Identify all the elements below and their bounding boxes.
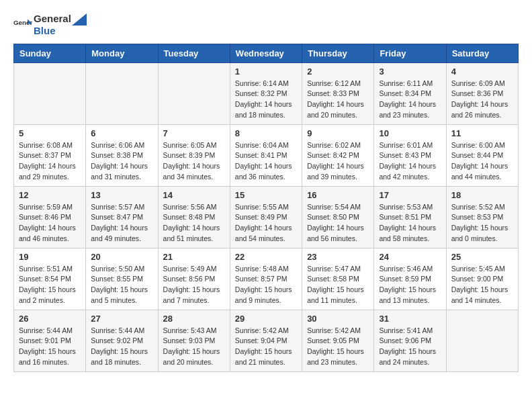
calendar-cell: 13Sunrise: 5:57 AM Sunset: 8:47 PM Dayli… [86, 186, 158, 248]
calendar-cell [446, 310, 518, 371]
day-number: 17 [379, 190, 441, 200]
day-number: 4 [451, 66, 513, 77]
day-info: Sunrise: 5:42 AM Sunset: 9:04 PM Dayligh… [235, 326, 297, 368]
day-number: 24 [379, 252, 441, 262]
day-number: 8 [235, 128, 297, 138]
header-friday: Friday [374, 44, 446, 62]
day-number: 31 [379, 314, 441, 324]
day-info: Sunrise: 5:55 AM Sunset: 8:49 PM Dayligh… [235, 202, 297, 244]
day-info: Sunrise: 6:01 AM Sunset: 8:43 PM Dayligh… [379, 140, 441, 183]
day-number: 26 [19, 314, 81, 324]
calendar-cell [86, 62, 158, 124]
day-info: Sunrise: 5:53 AM Sunset: 8:51 PM Dayligh… [379, 202, 441, 244]
day-number: 18 [451, 190, 513, 200]
calendar-cell: 9Sunrise: 6:02 AM Sunset: 8:42 PM Daylig… [302, 124, 374, 186]
week-row-4: 19Sunrise: 5:51 AM Sunset: 8:54 PM Dayli… [14, 248, 519, 310]
day-info: Sunrise: 6:12 AM Sunset: 8:33 PM Dayligh… [307, 79, 369, 121]
day-info: Sunrise: 6:04 AM Sunset: 8:41 PM Dayligh… [235, 140, 297, 183]
calendar-cell: 30Sunrise: 5:42 AM Sunset: 9:05 PM Dayli… [302, 310, 374, 371]
day-info: Sunrise: 6:11 AM Sunset: 8:34 PM Dayligh… [379, 79, 441, 121]
day-info: Sunrise: 5:50 AM Sunset: 8:55 PM Dayligh… [91, 264, 152, 306]
day-info: Sunrise: 5:46 AM Sunset: 8:59 PM Dayligh… [379, 264, 441, 306]
day-number: 11 [451, 128, 513, 138]
day-info: Sunrise: 5:48 AM Sunset: 8:57 PM Dayligh… [235, 264, 297, 306]
day-number: 5 [19, 128, 81, 138]
calendar-cell: 6Sunrise: 6:06 AM Sunset: 8:38 PM Daylig… [86, 124, 158, 186]
calendar-cell: 7Sunrise: 6:05 AM Sunset: 8:39 PM Daylig… [158, 124, 230, 186]
day-info: Sunrise: 5:57 AM Sunset: 8:47 PM Dayligh… [91, 202, 152, 244]
header-monday: Monday [86, 44, 158, 62]
day-number: 6 [91, 128, 152, 138]
day-number: 28 [163, 314, 225, 324]
calendar-cell: 12Sunrise: 5:59 AM Sunset: 8:46 PM Dayli… [14, 186, 86, 248]
calendar-header-row: SundayMondayTuesdayWednesdayThursdayFrid… [14, 44, 519, 62]
calendar-cell: 14Sunrise: 5:56 AM Sunset: 8:48 PM Dayli… [158, 186, 230, 248]
calendar-cell: 25Sunrise: 5:45 AM Sunset: 9:00 PM Dayli… [446, 248, 518, 310]
calendar-cell: 3Sunrise: 6:11 AM Sunset: 8:34 PM Daylig… [374, 62, 446, 124]
day-number: 29 [235, 314, 297, 324]
calendar-cell: 21Sunrise: 5:49 AM Sunset: 8:56 PM Dayli… [158, 248, 230, 310]
day-info: Sunrise: 5:59 AM Sunset: 8:46 PM Dayligh… [19, 202, 81, 244]
day-number: 20 [91, 252, 152, 262]
day-info: Sunrise: 5:52 AM Sunset: 8:53 PM Dayligh… [451, 202, 513, 244]
day-number: 13 [91, 190, 152, 200]
calendar-cell: 2Sunrise: 6:12 AM Sunset: 8:33 PM Daylig… [302, 62, 374, 124]
day-number: 15 [235, 190, 297, 200]
day-number: 3 [379, 66, 441, 77]
calendar-cell: 18Sunrise: 5:52 AM Sunset: 8:53 PM Dayli… [446, 186, 518, 248]
header-saturday: Saturday [446, 44, 518, 62]
day-info: Sunrise: 5:47 AM Sunset: 8:58 PM Dayligh… [307, 264, 369, 306]
day-info: Sunrise: 5:56 AM Sunset: 8:48 PM Dayligh… [163, 202, 225, 244]
calendar-cell: 10Sunrise: 6:01 AM Sunset: 8:43 PM Dayli… [374, 124, 446, 186]
week-row-2: 5Sunrise: 6:08 AM Sunset: 8:37 PM Daylig… [14, 124, 519, 186]
calendar-cell: 8Sunrise: 6:04 AM Sunset: 8:41 PM Daylig… [230, 124, 302, 186]
day-info: Sunrise: 5:45 AM Sunset: 9:00 PM Dayligh… [451, 264, 513, 306]
day-info: Sunrise: 5:43 AM Sunset: 9:03 PM Dayligh… [163, 326, 225, 368]
logo-icon: General [13, 15, 32, 34]
header-thursday: Thursday [302, 44, 374, 62]
day-info: Sunrise: 5:49 AM Sunset: 8:56 PM Dayligh… [163, 264, 225, 306]
day-number: 21 [163, 252, 225, 262]
calendar-cell: 31Sunrise: 5:41 AM Sunset: 9:06 PM Dayli… [374, 310, 446, 371]
day-info: Sunrise: 5:54 AM Sunset: 8:50 PM Dayligh… [307, 202, 369, 244]
header-sunday: Sunday [14, 44, 86, 62]
logo: General General Blue [13, 13, 87, 37]
day-info: Sunrise: 6:05 AM Sunset: 8:39 PM Dayligh… [163, 140, 225, 183]
day-info: Sunrise: 5:44 AM Sunset: 9:02 PM Dayligh… [91, 326, 152, 368]
week-row-3: 12Sunrise: 5:59 AM Sunset: 8:46 PM Dayli… [14, 186, 519, 248]
day-number: 10 [379, 128, 441, 138]
calendar-cell: 5Sunrise: 6:08 AM Sunset: 8:37 PM Daylig… [14, 124, 86, 186]
day-number: 23 [307, 252, 369, 262]
day-number: 25 [451, 252, 513, 262]
day-info: Sunrise: 6:08 AM Sunset: 8:37 PM Dayligh… [19, 140, 81, 183]
calendar-cell: 11Sunrise: 6:00 AM Sunset: 8:44 PM Dayli… [446, 124, 518, 186]
day-number: 27 [91, 314, 152, 324]
calendar-cell: 1Sunrise: 6:14 AM Sunset: 8:32 PM Daylig… [230, 62, 302, 124]
calendar-cell: 17Sunrise: 5:53 AM Sunset: 8:51 PM Dayli… [374, 186, 446, 248]
blue-triangle-icon [72, 13, 87, 26]
day-number: 22 [235, 252, 297, 262]
day-number: 16 [307, 190, 369, 200]
calendar-cell: 26Sunrise: 5:44 AM Sunset: 9:01 PM Dayli… [14, 310, 86, 371]
calendar-cell: 15Sunrise: 5:55 AM Sunset: 8:49 PM Dayli… [230, 186, 302, 248]
day-info: Sunrise: 5:51 AM Sunset: 8:54 PM Dayligh… [19, 264, 81, 306]
day-info: Sunrise: 6:02 AM Sunset: 8:42 PM Dayligh… [307, 140, 369, 183]
header-tuesday: Tuesday [158, 44, 230, 62]
calendar-cell: 19Sunrise: 5:51 AM Sunset: 8:54 PM Dayli… [14, 248, 86, 310]
calendar-table: SundayMondayTuesdayWednesdayThursdayFrid… [13, 44, 519, 372]
page-header: General General Blue [13, 13, 519, 37]
calendar-cell: 23Sunrise: 5:47 AM Sunset: 8:58 PM Dayli… [302, 248, 374, 310]
day-info: Sunrise: 6:00 AM Sunset: 8:44 PM Dayligh… [451, 140, 513, 183]
day-info: Sunrise: 5:44 AM Sunset: 9:01 PM Dayligh… [19, 326, 81, 368]
day-number: 2 [307, 66, 369, 77]
day-number: 19 [19, 252, 81, 262]
calendar-cell: 22Sunrise: 5:48 AM Sunset: 8:57 PM Dayli… [230, 248, 302, 310]
calendar-cell: 4Sunrise: 6:09 AM Sunset: 8:36 PM Daylig… [446, 62, 518, 124]
day-info: Sunrise: 6:06 AM Sunset: 8:38 PM Dayligh… [91, 140, 152, 183]
calendar-cell [14, 62, 86, 124]
day-number: 12 [19, 190, 81, 200]
calendar-cell [158, 62, 230, 124]
week-row-1: 1Sunrise: 6:14 AM Sunset: 8:32 PM Daylig… [14, 62, 519, 124]
day-number: 1 [235, 66, 297, 77]
header-wednesday: Wednesday [230, 44, 302, 62]
